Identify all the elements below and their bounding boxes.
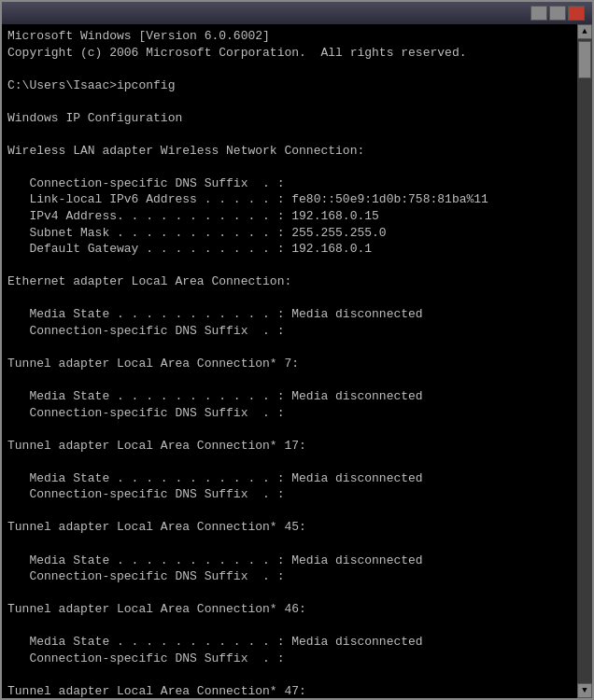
maximize-button[interactable] — [549, 6, 566, 21]
minimize-button[interactable] — [530, 6, 547, 21]
terminal-output[interactable]: Microsoft Windows [Version 6.0.6002] Cop… — [2, 24, 577, 698]
close-button[interactable] — [568, 6, 585, 21]
terminal-wrapper: Microsoft Windows [Version 6.0.6002] Cop… — [2, 24, 592, 698]
window-controls — [530, 6, 585, 21]
scrollbar-thumb[interactable] — [578, 41, 591, 78]
scroll-down-button[interactable]: ▼ — [577, 683, 592, 698]
scrollbar[interactable]: ▲ ▼ — [577, 24, 592, 698]
scrollbar-space — [578, 39, 591, 683]
command-prompt-window: Microsoft Windows [Version 6.0.6002] Cop… — [0, 0, 594, 700]
title-bar — [2, 2, 592, 24]
scroll-up-button[interactable]: ▲ — [577, 24, 592, 39]
